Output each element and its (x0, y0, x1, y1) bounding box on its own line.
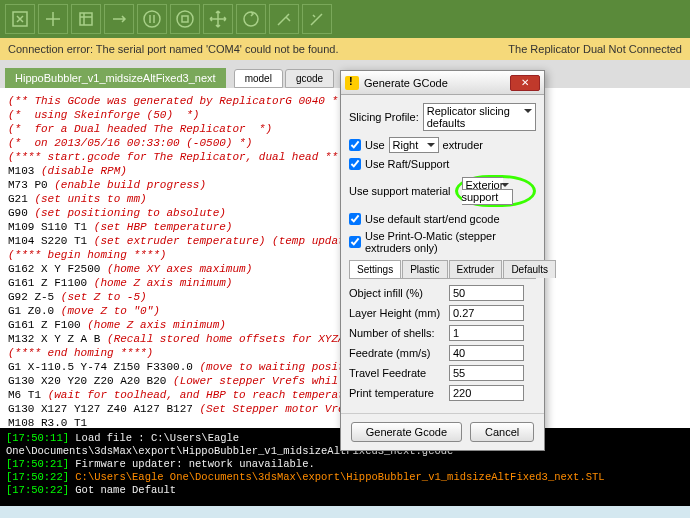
tab-model[interactable]: model (234, 69, 283, 88)
use-raft-check[interactable] (349, 158, 361, 170)
tab-gcode[interactable]: gcode (285, 69, 334, 88)
refresh-btn[interactable] (236, 4, 266, 34)
support-material-label: Use support material (349, 185, 451, 197)
tool-btn-10[interactable] (302, 4, 332, 34)
main-toolbar (0, 0, 690, 38)
generate-gcode-dialog: Generate GCode ✕ Slicing Profile: Replic… (340, 70, 545, 451)
support-material-select[interactable]: Exterior support (462, 177, 514, 205)
shells-input[interactable] (449, 325, 524, 341)
print-o-matic-check[interactable] (349, 236, 361, 248)
stop-btn[interactable] (170, 4, 200, 34)
infill-input[interactable] (449, 285, 524, 301)
tab-settings[interactable]: Settings (349, 260, 401, 278)
error-message: Connection error: The serial port named … (8, 43, 339, 55)
pause-btn[interactable] (137, 4, 167, 34)
tab-extruder[interactable]: Extruder (449, 260, 503, 278)
cancel-button[interactable]: Cancel (470, 422, 534, 442)
tool-btn-1[interactable] (5, 4, 35, 34)
error-bar: Connection error: The serial port named … (0, 38, 690, 60)
slicing-profile-select[interactable]: Replicator slicing defaults (423, 103, 536, 131)
warning-icon (345, 76, 359, 90)
move-btn[interactable] (203, 4, 233, 34)
dialog-title: Generate GCode (364, 77, 448, 89)
tool-btn-9[interactable] (269, 4, 299, 34)
highlight-annotation: Exterior support (455, 175, 537, 207)
feedrate-input[interactable] (449, 345, 524, 361)
tab-plastic[interactable]: Plastic (402, 260, 447, 278)
close-icon[interactable]: ✕ (510, 75, 540, 91)
travel-feedrate-input[interactable] (449, 365, 524, 381)
use-extruder-check[interactable] (349, 139, 361, 151)
tool-btn-4[interactable] (104, 4, 134, 34)
svg-rect-3 (182, 16, 188, 22)
file-name-label: HippoBubbler_v1_midsizeAltFixed3_next (5, 68, 226, 88)
svg-point-4 (244, 12, 258, 26)
connection-status: The Replicator Dual Not Connected (508, 43, 682, 55)
generate-gcode-button[interactable]: Generate Gcode (351, 422, 462, 442)
svg-point-2 (177, 11, 193, 27)
extruder-side-select[interactable]: Right (389, 137, 439, 153)
tool-btn-3[interactable] (71, 4, 101, 34)
tab-defaults[interactable]: Defaults (503, 260, 556, 278)
layer-height-input[interactable] (449, 305, 524, 321)
tool-btn-2[interactable] (38, 4, 68, 34)
default-start-end-check[interactable] (349, 213, 361, 225)
svg-point-1 (144, 11, 160, 27)
print-temp-input[interactable] (449, 385, 524, 401)
slicing-profile-label: Slicing Profile: (349, 111, 419, 123)
